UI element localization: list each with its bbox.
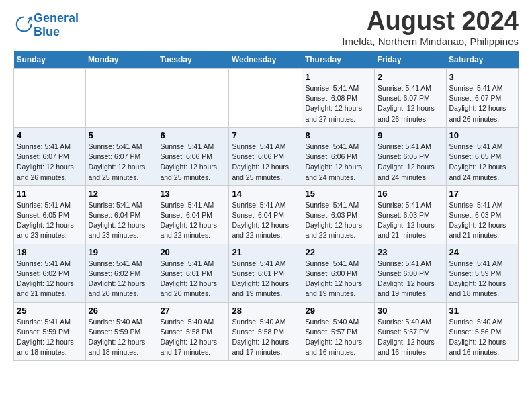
day-number: 8 bbox=[305, 130, 371, 140]
day-number: 13 bbox=[160, 189, 226, 199]
day-cell: 24Sunrise: 5:41 AM Sunset: 5:59 PM Dayli… bbox=[446, 244, 518, 302]
day-info: Sunrise: 5:41 AM Sunset: 6:04 PM Dayligh… bbox=[89, 200, 154, 241]
day-info: Sunrise: 5:40 AM Sunset: 5:56 PM Dayligh… bbox=[449, 317, 515, 358]
day-cell: 28Sunrise: 5:40 AM Sunset: 5:58 PM Dayli… bbox=[229, 302, 302, 361]
logo-text: General Blue bbox=[34, 12, 79, 39]
day-cell: 9Sunrise: 5:41 AM Sunset: 6:05 PM Daylig… bbox=[375, 127, 446, 185]
day-number: 24 bbox=[449, 247, 515, 257]
col-header-monday: Monday bbox=[85, 51, 157, 69]
calendar-table: SundayMondayTuesdayWednesdayThursdayFrid… bbox=[13, 51, 519, 361]
day-cell: 3Sunrise: 5:41 AM Sunset: 6:07 PM Daylig… bbox=[446, 69, 518, 128]
day-number: 12 bbox=[89, 189, 154, 199]
day-cell bbox=[14, 69, 86, 128]
day-info: Sunrise: 5:40 AM Sunset: 5:58 PM Dayligh… bbox=[160, 317, 226, 358]
day-number: 21 bbox=[232, 247, 299, 257]
day-info: Sunrise: 5:41 AM Sunset: 6:00 PM Dayligh… bbox=[305, 259, 371, 300]
day-number: 2 bbox=[378, 72, 443, 82]
day-cell: 12Sunrise: 5:41 AM Sunset: 6:04 PM Dayli… bbox=[85, 185, 157, 244]
day-number: 5 bbox=[89, 130, 154, 140]
day-cell: 6Sunrise: 5:41 AM Sunset: 6:06 PM Daylig… bbox=[157, 127, 229, 185]
day-cell: 5Sunrise: 5:41 AM Sunset: 6:07 PM Daylig… bbox=[85, 127, 157, 185]
day-cell bbox=[229, 69, 302, 128]
main-title: August 2024 bbox=[342, 7, 519, 36]
day-number: 14 bbox=[232, 189, 299, 199]
day-number: 20 bbox=[160, 247, 226, 257]
day-cell: 17Sunrise: 5:41 AM Sunset: 6:03 PM Dayli… bbox=[446, 185, 518, 244]
day-info: Sunrise: 5:41 AM Sunset: 6:02 PM Dayligh… bbox=[89, 259, 154, 300]
day-info: Sunrise: 5:41 AM Sunset: 6:06 PM Dayligh… bbox=[160, 142, 226, 183]
day-info: Sunrise: 5:41 AM Sunset: 6:04 PM Dayligh… bbox=[232, 200, 299, 241]
day-info: Sunrise: 5:40 AM Sunset: 5:57 PM Dayligh… bbox=[305, 317, 371, 358]
day-info: Sunrise: 5:41 AM Sunset: 6:08 PM Dayligh… bbox=[305, 83, 371, 124]
day-number: 11 bbox=[17, 189, 83, 199]
day-number: 7 bbox=[232, 130, 299, 140]
day-cell: 30Sunrise: 5:40 AM Sunset: 5:57 PM Dayli… bbox=[375, 302, 446, 361]
day-info: Sunrise: 5:41 AM Sunset: 6:03 PM Dayligh… bbox=[378, 200, 443, 241]
title-area: August 2024 Imelda, Northern Mindanao, P… bbox=[342, 7, 519, 47]
day-info: Sunrise: 5:41 AM Sunset: 6:02 PM Dayligh… bbox=[17, 259, 83, 300]
col-header-thursday: Thursday bbox=[302, 51, 375, 69]
day-cell: 22Sunrise: 5:41 AM Sunset: 6:00 PM Dayli… bbox=[302, 244, 375, 302]
logo: General Blue bbox=[13, 12, 79, 39]
day-cell: 21Sunrise: 5:41 AM Sunset: 6:01 PM Dayli… bbox=[229, 244, 302, 302]
day-info: Sunrise: 5:41 AM Sunset: 5:59 PM Dayligh… bbox=[17, 317, 83, 358]
day-info: Sunrise: 5:41 AM Sunset: 6:07 PM Dayligh… bbox=[17, 142, 83, 183]
day-info: Sunrise: 5:41 AM Sunset: 6:07 PM Dayligh… bbox=[378, 83, 443, 124]
day-info: Sunrise: 5:40 AM Sunset: 5:58 PM Dayligh… bbox=[232, 317, 299, 358]
day-info: Sunrise: 5:41 AM Sunset: 6:04 PM Dayligh… bbox=[160, 200, 226, 241]
day-info: Sunrise: 5:41 AM Sunset: 6:05 PM Dayligh… bbox=[378, 142, 443, 183]
day-cell: 1Sunrise: 5:41 AM Sunset: 6:08 PM Daylig… bbox=[302, 69, 375, 128]
day-info: Sunrise: 5:41 AM Sunset: 6:03 PM Dayligh… bbox=[305, 200, 371, 241]
week-row-5: 25Sunrise: 5:41 AM Sunset: 5:59 PM Dayli… bbox=[14, 302, 519, 361]
day-number: 9 bbox=[378, 130, 443, 140]
day-number: 23 bbox=[378, 247, 443, 257]
day-cell: 8Sunrise: 5:41 AM Sunset: 6:06 PM Daylig… bbox=[302, 127, 375, 185]
day-number: 29 bbox=[305, 306, 371, 316]
col-header-friday: Friday bbox=[375, 51, 446, 69]
calendar-body: 1Sunrise: 5:41 AM Sunset: 6:08 PM Daylig… bbox=[14, 69, 519, 361]
day-info: Sunrise: 5:41 AM Sunset: 6:05 PM Dayligh… bbox=[17, 200, 83, 241]
col-header-tuesday: Tuesday bbox=[157, 51, 229, 69]
day-cell: 13Sunrise: 5:41 AM Sunset: 6:04 PM Dayli… bbox=[157, 185, 229, 244]
day-info: Sunrise: 5:41 AM Sunset: 6:03 PM Dayligh… bbox=[449, 200, 515, 241]
day-info: Sunrise: 5:41 AM Sunset: 6:00 PM Dayligh… bbox=[378, 259, 443, 300]
day-cell: 20Sunrise: 5:41 AM Sunset: 6:01 PM Dayli… bbox=[157, 244, 229, 302]
logo-line2: Blue bbox=[34, 25, 60, 38]
day-cell: 10Sunrise: 5:41 AM Sunset: 6:05 PM Dayli… bbox=[446, 127, 518, 185]
day-number: 1 bbox=[305, 72, 371, 82]
day-number: 3 bbox=[449, 72, 515, 82]
day-cell: 11Sunrise: 5:41 AM Sunset: 6:05 PM Dayli… bbox=[14, 185, 86, 244]
day-number: 27 bbox=[160, 306, 226, 316]
day-cell: 7Sunrise: 5:41 AM Sunset: 6:06 PM Daylig… bbox=[229, 127, 302, 185]
day-cell: 2Sunrise: 5:41 AM Sunset: 6:07 PM Daylig… bbox=[375, 69, 446, 128]
day-cell: 18Sunrise: 5:41 AM Sunset: 6:02 PM Dayli… bbox=[14, 244, 86, 302]
day-cell: 4Sunrise: 5:41 AM Sunset: 6:07 PM Daylig… bbox=[14, 127, 86, 185]
day-info: Sunrise: 5:41 AM Sunset: 6:01 PM Dayligh… bbox=[160, 259, 226, 300]
day-number: 4 bbox=[17, 130, 83, 140]
subtitle: Imelda, Northern Mindanao, Philippines bbox=[342, 36, 519, 47]
day-number: 10 bbox=[449, 130, 515, 140]
day-info: Sunrise: 5:41 AM Sunset: 6:06 PM Dayligh… bbox=[305, 142, 371, 183]
day-cell: 27Sunrise: 5:40 AM Sunset: 5:58 PM Dayli… bbox=[157, 302, 229, 361]
day-info: Sunrise: 5:41 AM Sunset: 5:59 PM Dayligh… bbox=[449, 259, 515, 300]
day-cell: 29Sunrise: 5:40 AM Sunset: 5:57 PM Dayli… bbox=[302, 302, 375, 361]
day-info: Sunrise: 5:41 AM Sunset: 6:01 PM Dayligh… bbox=[232, 259, 299, 300]
day-number: 22 bbox=[305, 247, 371, 257]
day-cell: 31Sunrise: 5:40 AM Sunset: 5:56 PM Dayli… bbox=[446, 302, 518, 361]
day-number: 28 bbox=[232, 306, 299, 316]
logo-icon bbox=[15, 15, 34, 34]
day-number: 18 bbox=[17, 247, 83, 257]
day-cell: 23Sunrise: 5:41 AM Sunset: 6:00 PM Dayli… bbox=[375, 244, 446, 302]
day-number: 15 bbox=[305, 189, 371, 199]
day-number: 17 bbox=[449, 189, 515, 199]
day-cell bbox=[157, 69, 229, 128]
day-cell bbox=[85, 69, 157, 128]
calendar-header: SundayMondayTuesdayWednesdayThursdayFrid… bbox=[14, 51, 519, 69]
day-number: 16 bbox=[378, 189, 443, 199]
day-number: 26 bbox=[89, 306, 154, 316]
day-info: Sunrise: 5:40 AM Sunset: 5:59 PM Dayligh… bbox=[89, 317, 154, 358]
day-cell: 25Sunrise: 5:41 AM Sunset: 5:59 PM Dayli… bbox=[14, 302, 86, 361]
col-header-sunday: Sunday bbox=[14, 51, 86, 69]
day-info: Sunrise: 5:41 AM Sunset: 6:05 PM Dayligh… bbox=[449, 142, 515, 183]
day-info: Sunrise: 5:41 AM Sunset: 6:07 PM Dayligh… bbox=[89, 142, 154, 183]
